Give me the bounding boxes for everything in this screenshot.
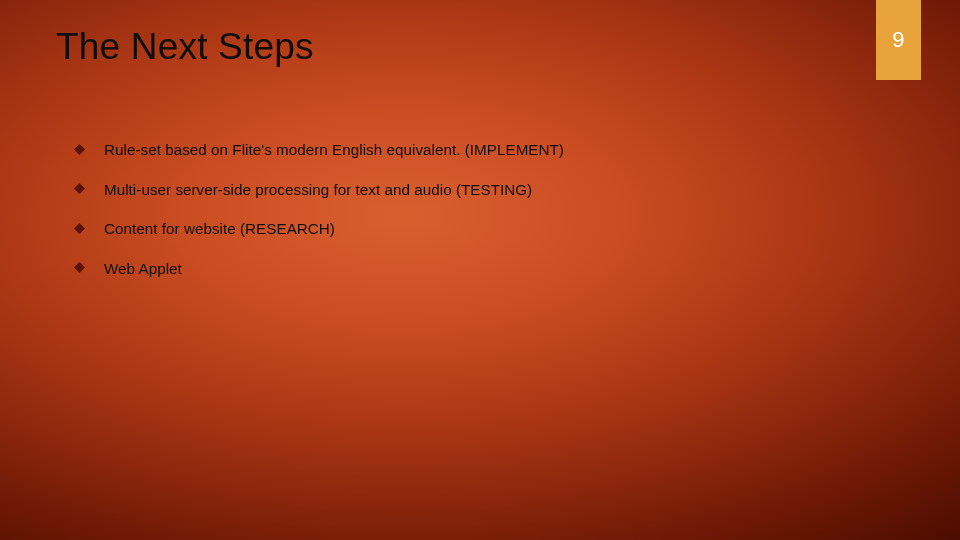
diamond-bullet-icon	[72, 261, 86, 275]
list-item: Rule-set based on Flite's modern English…	[72, 140, 900, 161]
svg-marker-2	[74, 223, 85, 234]
diamond-bullet-icon	[72, 221, 86, 235]
svg-marker-0	[74, 144, 85, 155]
list-item: Multi-user server-side processing for te…	[72, 180, 900, 201]
list-item: Web Applet	[72, 259, 900, 280]
slide-content: Rule-set based on Flite's modern English…	[72, 140, 900, 298]
list-item-text: Rule-set based on Flite's modern English…	[104, 140, 564, 161]
svg-marker-3	[74, 262, 85, 273]
list-item-text: Content for website (RESEARCH)	[104, 219, 335, 240]
list-item: Content for website (RESEARCH)	[72, 219, 900, 240]
bullet-list: Rule-set based on Flite's modern English…	[72, 140, 900, 279]
slide-title: The Next Steps	[56, 26, 314, 68]
diamond-bullet-icon	[72, 182, 86, 196]
page-number-badge: 9	[876, 0, 921, 80]
list-item-text: Web Applet	[104, 259, 182, 280]
list-item-text: Multi-user server-side processing for te…	[104, 180, 532, 201]
slide: 9 The Next Steps Rule-set based on Flite…	[0, 0, 960, 540]
diamond-bullet-icon	[72, 142, 86, 156]
svg-marker-1	[74, 183, 85, 194]
page-number: 9	[892, 27, 905, 53]
